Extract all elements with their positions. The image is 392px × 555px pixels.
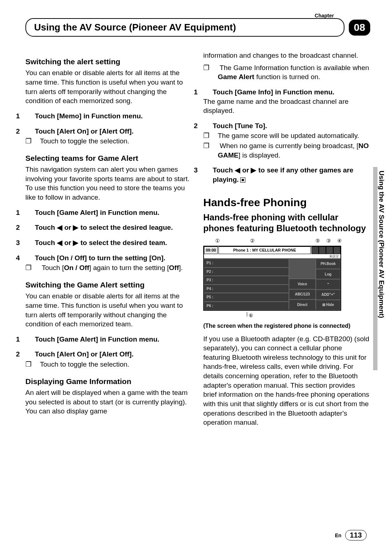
page-title: Using the AV Source (Pioneer AV Equipmen…: [25, 18, 344, 37]
phone-right-buttons: PH.Book Log ⌃ ADD"+" ⊠ Hide: [316, 259, 340, 310]
phone-mid-buttons: Voice ABC/123 Direct: [289, 259, 316, 310]
content-columns: Switching the alert setting You can enab…: [25, 49, 370, 430]
note: The game score will be updated automatic…: [203, 131, 370, 140]
figure-caption: (The screen when the registered phone is…: [203, 322, 370, 330]
step-text: Touch [On / Off] to turn the setting [On…: [35, 254, 166, 262]
note-text: ].: [179, 264, 183, 272]
phone-clock: 09:00: [204, 246, 218, 254]
page-number: 113: [345, 530, 367, 540]
step: 3Touch ◀ or ▶ to select the desired team…: [25, 238, 192, 248]
preset-button[interactable]: P6 :: [204, 302, 289, 310]
phbook-button[interactable]: PH.Book: [316, 259, 340, 269]
note-text: ] again to turn the setting [: [89, 264, 169, 272]
section-end-icon: [240, 177, 245, 183]
chapter-label: Chapter: [315, 13, 334, 19]
preset-button[interactable]: P4 :: [204, 285, 289, 293]
note: Touch to toggle the selection.: [25, 136, 192, 146]
heading-hands-free: Hands-free Phoning: [203, 195, 370, 210]
subheading-bluetooth: Hands-free phoning with cellular phones …: [203, 212, 370, 234]
note: The Game Information function is availab…: [203, 63, 370, 82]
paragraph: You can enable or disable alerts for all…: [25, 68, 192, 106]
step: 2Touch [Alert On] or [Alert Off].: [25, 350, 192, 359]
phone-blank: [289, 259, 316, 279]
paragraph: If you use a Bluetooth adapter (e.g. CD-…: [203, 334, 370, 427]
step: 4Touch [On / Off] to turn the setting [O…: [25, 253, 192, 263]
paragraph: An alert will be displayed when a game w…: [25, 388, 192, 416]
note-bold: On / Off: [64, 264, 89, 272]
callouts-top: ① ② ⑤ ③ ④: [203, 237, 370, 246]
step-text: Touch [Tune To].: [213, 122, 267, 130]
step-text: Touch ◀ or ▶ to see if any other games a…: [213, 166, 354, 183]
note: Touch [On / Off] again to turn the setti…: [25, 263, 192, 273]
note-text: ] is displayed.: [238, 151, 280, 159]
phone-status-text: 未設定: [204, 254, 340, 259]
callout-1: ①: [210, 237, 225, 244]
voice-button[interactable]: Voice: [289, 279, 316, 289]
step: 1Touch [Game Alert] in Function menu.: [25, 208, 192, 217]
subhead-display-game-info: Displaying Game Information: [25, 376, 192, 387]
preset-button[interactable]: P3 :: [204, 276, 289, 285]
subhead-select-teams: Selecting teams for Game Alert: [25, 153, 192, 163]
step: 1Touch [Game Info] in Function menu.: [203, 87, 370, 97]
paragraph: The game name and the broadcast channel …: [203, 97, 370, 115]
step-text: Touch [Alert On] or [Alert Off].: [35, 127, 134, 135]
note-bold: Game Alert: [218, 73, 254, 81]
step: 1Touch [Game Alert] in Function menu.: [25, 335, 192, 344]
log-button[interactable]: Log: [316, 269, 340, 279]
note-text: The game score will be updated automatic…: [218, 132, 359, 139]
callout-3: ③: [323, 237, 334, 244]
note-text: function is turned on.: [254, 73, 320, 81]
up-button[interactable]: ⌃: [316, 279, 340, 289]
left-column: Switching the alert setting You can enab…: [25, 49, 192, 430]
phone-presets: P1 : P2 : P3 : P4 : P5 : P6 :: [204, 259, 289, 310]
right-column: information and changes to the broadcast…: [203, 49, 370, 430]
paragraph: This navigation system can alert you whe…: [25, 165, 192, 202]
preset-button[interactable]: P1 :: [204, 259, 289, 268]
page-header: Chapter Using the AV Source (Pioneer AV …: [25, 18, 370, 37]
side-tab-accent: [373, 167, 377, 370]
preset-button[interactable]: P5 :: [204, 293, 289, 302]
page-footer: En 113: [335, 530, 367, 540]
step: 2Touch [Tune To].: [203, 121, 370, 131]
note-text: Touch to toggle the selection.: [40, 360, 129, 368]
note: When no game is currently being broadcas…: [203, 141, 370, 160]
footer-language: En: [335, 532, 342, 538]
preset-button[interactable]: P2 :: [204, 268, 289, 276]
note-bold: Off: [169, 264, 179, 272]
title-bar: Using the AV Source (Pioneer AV Equipmen…: [25, 18, 370, 37]
note-text: When no game is currently being broadcas…: [220, 142, 358, 150]
step: 2Touch ◀ or ▶ to select the desired leag…: [25, 223, 192, 232]
abc123-button[interactable]: ABC/123: [289, 289, 316, 300]
add-button[interactable]: ADD"+": [316, 290, 340, 300]
step-text: Touch [Game Alert] in Function menu.: [35, 335, 159, 343]
step: 1Touch [Memo] in Function menu.: [25, 111, 192, 121]
phone-device-name: Phone 1 : MY CELLULAR PHONE: [219, 246, 311, 254]
phone-screen-figure: ① ② ⑤ ③ ④ 09:00 Phone 1 : MY CELLULAR PH…: [203, 237, 370, 319]
side-tab: Using the AV Source (Pioneer AV Equipmen…: [377, 167, 392, 370]
callout-4: ④: [334, 237, 345, 244]
direct-button[interactable]: Direct: [289, 299, 316, 310]
phone-screen: 09:00 Phone 1 : MY CELLULAR PHONE 未設定 P1…: [203, 246, 341, 311]
step: 3Touch ◀ or ▶ to see if any other games …: [203, 166, 370, 184]
hide-button[interactable]: ⊠ Hide: [316, 300, 340, 310]
note-text: The Game Information function is availab…: [220, 64, 369, 72]
phone-status-icons: [311, 246, 340, 254]
subhead-switch-game-alert: Switching the Game Alert setting: [25, 280, 192, 290]
side-tab-text: Using the AV Source (Pioneer AV Equipmen…: [377, 167, 385, 370]
subhead-switch-alert: Switching the alert setting: [25, 57, 192, 67]
callout-2: ②: [225, 237, 279, 244]
step-text: Touch [Game Info] in Function menu.: [213, 88, 334, 96]
step: 2Touch [Alert On] or [Alert Off].: [25, 127, 192, 136]
callout-6: ⑥: [203, 311, 370, 319]
chapter-number-badge: 08: [349, 20, 370, 36]
note: Touch to toggle the selection.: [25, 360, 192, 369]
note-text: Touch [: [42, 264, 64, 272]
step-text: Touch ◀ or ▶ to select the desired leagu…: [35, 224, 173, 231]
step-text: Touch [Alert On] or [Alert Off].: [35, 350, 134, 358]
note-text: Touch to toggle the selection.: [40, 137, 129, 145]
step-text: Touch ◀ or ▶ to select the desired team.: [35, 239, 167, 246]
step-text: Touch [Memo] in Function menu.: [35, 112, 143, 120]
paragraph: You can enable or disable alerts for all…: [25, 291, 192, 329]
paragraph: information and changes to the broadcast…: [203, 51, 370, 60]
step-text: Touch [Game Alert] in Function menu.: [35, 209, 159, 216]
